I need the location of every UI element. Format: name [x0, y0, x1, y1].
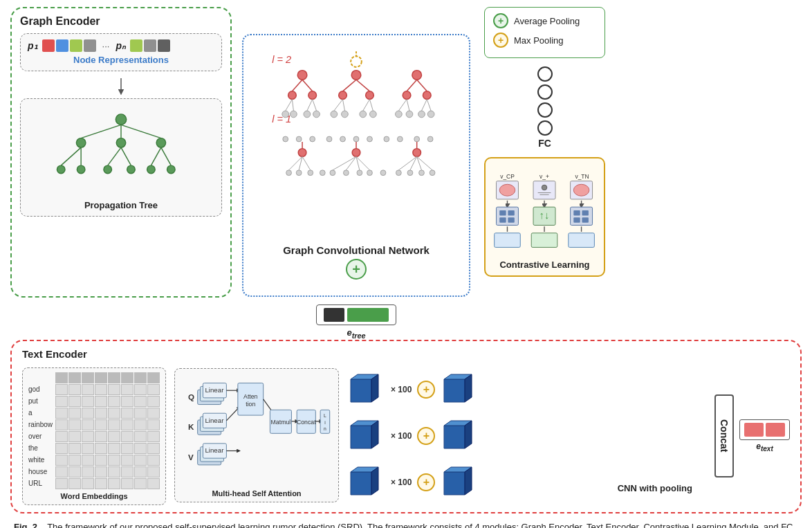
svg-marker-177: [444, 426, 465, 448]
mha-svg: Q K V Linear Linear Linear: [181, 373, 333, 484]
oc-3: [82, 431, 94, 442]
pc-5: [108, 396, 120, 407]
uc-6: [121, 478, 133, 489]
svg-line-34: [313, 100, 317, 111]
svg-point-52: [423, 91, 431, 100]
hc-7: [134, 466, 147, 477]
right-col: + Average Pooling + Max Pooling FC: [484, 7, 605, 277]
gc-5: [108, 384, 120, 395]
svg-line-32: [292, 100, 293, 111]
svg-point-22: [297, 71, 307, 80]
cnn-block-out-1: [441, 371, 479, 409]
svg-line-25: [292, 80, 302, 91]
svg-point-88: [380, 170, 386, 176]
etext-block-2: [766, 423, 785, 437]
word-over: over: [28, 431, 55, 442]
rc-8: [147, 419, 160, 430]
svg-point-2: [76, 138, 86, 148]
svg-text:L: L: [324, 413, 326, 418]
color-block-red: [42, 39, 55, 52]
wc-8: [147, 455, 160, 466]
tc-6: [121, 443, 133, 454]
cnn-block-2: [347, 417, 385, 455]
tc-3: [82, 443, 94, 454]
gc-2: [68, 384, 81, 395]
svg-rect-135: [569, 233, 595, 248]
svg-rect-129: [582, 217, 589, 223]
oc-7: [134, 431, 147, 442]
svg-point-24: [308, 91, 317, 100]
color-block-darkgray: [158, 39, 170, 52]
main-container: Graph Encoder p₁ ··· pₙ: [0, 0, 812, 528]
svg-line-97: [346, 156, 356, 170]
word-the: the: [28, 443, 55, 454]
down-arrow-svg: [114, 78, 128, 95]
word-god: god: [28, 384, 55, 395]
hc-8: [147, 466, 160, 477]
svg-line-54: [417, 80, 427, 91]
svg-point-76: [413, 149, 421, 157]
ac-5: [108, 408, 120, 419]
word-grid: god put a rainbow over the white house U…: [28, 372, 160, 489]
gc-8: [147, 384, 160, 395]
svg-line-31: [286, 100, 293, 111]
dots-label: ···: [102, 41, 110, 51]
svg-rect-126: [573, 210, 580, 216]
svg-point-73: [427, 136, 433, 142]
grid-header-5: [108, 372, 120, 383]
etext-block-1: [744, 423, 764, 437]
svg-marker-183: [444, 472, 465, 495]
svg-line-48: [363, 100, 370, 111]
gcn-plus: +: [252, 259, 461, 280]
svg-point-3: [116, 138, 126, 148]
svg-point-71: [397, 136, 403, 142]
ac-6: [121, 408, 133, 419]
hc-1: [55, 466, 68, 477]
wc-3: [82, 455, 94, 466]
legend-box: + Average Pooling + Max Pooling: [484, 7, 605, 58]
svg-line-95: [302, 156, 311, 170]
svg-rect-134: [531, 233, 557, 248]
svg-line-18: [151, 147, 160, 165]
prop-tree-label: Propagation Tree: [28, 200, 214, 210]
pc-3: [82, 396, 94, 407]
word-url: URL: [28, 478, 55, 489]
uc-7: [134, 478, 147, 489]
fc-circle-2: [537, 84, 553, 100]
svg-point-4: [156, 138, 166, 148]
svg-line-41: [356, 80, 369, 91]
svg-text:l = 2: l = 2: [272, 54, 291, 65]
svg-line-101: [410, 156, 417, 170]
svg-line-61: [421, 100, 427, 111]
etext-area: etext: [739, 419, 790, 453]
svg-text:n: n: [324, 426, 326, 431]
svg-rect-119: [499, 210, 506, 216]
oc-2: [68, 431, 81, 442]
mha-title: Multi-head Self Attention: [181, 489, 333, 498]
gcn-box: l = 2 l = 1: [242, 34, 470, 297]
svg-rect-122: [508, 217, 514, 223]
svg-line-17: [121, 147, 131, 165]
pool-plus-1: +: [417, 381, 435, 399]
svg-point-67: [340, 136, 346, 142]
svg-rect-121: [499, 217, 506, 223]
rc-7: [134, 419, 147, 430]
wc-5: [108, 455, 120, 466]
contrastive-label: Contrastive Learning: [491, 260, 598, 270]
oc-6: [121, 431, 133, 442]
svg-point-1: [116, 114, 126, 125]
svg-marker-174: [351, 426, 371, 448]
svg-text:v_+: v_+: [539, 173, 549, 180]
etext-label: etext: [756, 441, 773, 453]
hc-6: [121, 466, 133, 477]
svg-point-30: [313, 111, 320, 118]
pc-2: [68, 396, 81, 407]
svg-point-75: [352, 149, 360, 157]
hc-2: [68, 466, 81, 477]
mha-box: Q K V Linear Linear Linear: [174, 368, 339, 502]
middle-col: l = 2 l = 1: [242, 7, 470, 340]
svg-point-110: [542, 185, 547, 190]
etree-black: [324, 308, 344, 322]
svg-rect-127: [582, 210, 589, 216]
word-white: white: [28, 455, 55, 466]
